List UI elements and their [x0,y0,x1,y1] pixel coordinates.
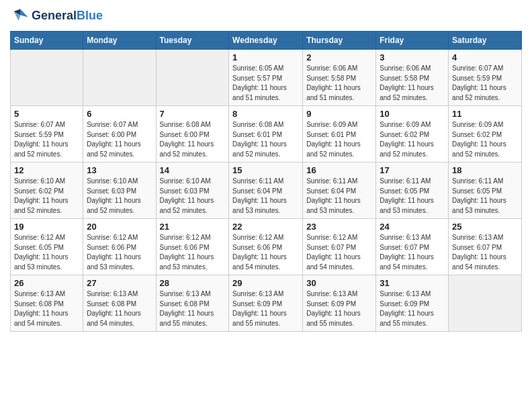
day-number: 21 [160,222,226,232]
calendar-cell [156,50,229,106]
header-friday: Friday [376,32,449,50]
day-info: Sunrise: 6:13 AMSunset: 6:07 PMDaylight:… [452,233,518,272]
logo: GeneralBlue [10,7,103,26]
calendar-header-row: SundayMondayTuesdayWednesdayThursdayFrid… [11,32,522,50]
svg-marker-0 [20,9,28,17]
day-number: 10 [380,109,445,119]
day-number: 27 [87,278,152,288]
calendar-week-5: 26Sunrise: 6:13 AMSunset: 6:08 PMDayligh… [11,275,522,332]
day-info: Sunrise: 6:11 AMSunset: 6:05 PMDaylight:… [380,177,445,216]
calendar-cell: 28Sunrise: 6:13 AMSunset: 6:08 PMDayligh… [156,275,229,332]
day-info: Sunrise: 6:11 AMSunset: 6:04 PMDaylight:… [232,177,299,216]
day-number: 2 [306,52,372,62]
calendar-week-2: 5Sunrise: 6:07 AMSunset: 5:59 PMDaylight… [11,106,522,163]
day-info: Sunrise: 6:07 AMSunset: 5:59 PMDaylight:… [452,64,518,103]
calendar-cell: 8Sunrise: 6:08 AMSunset: 6:01 PMDaylight… [229,106,303,163]
day-number: 23 [306,222,372,232]
day-info: Sunrise: 6:10 AMSunset: 6:02 PMDaylight:… [14,177,79,216]
day-info: Sunrise: 6:12 AMSunset: 6:06 PMDaylight:… [232,233,299,272]
calendar-cell [11,50,83,106]
calendar-cell: 25Sunrise: 6:13 AMSunset: 6:07 PMDayligh… [449,219,522,275]
calendar-week-4: 19Sunrise: 6:12 AMSunset: 6:05 PMDayligh… [11,219,522,275]
day-number: 26 [14,278,79,288]
logo-icon [10,7,29,26]
header-wednesday: Wednesday [229,32,303,50]
calendar-cell: 1Sunrise: 6:05 AMSunset: 5:57 PMDaylight… [229,50,303,106]
day-info: Sunrise: 6:11 AMSunset: 6:04 PMDaylight:… [306,177,372,216]
calendar-cell: 6Sunrise: 6:07 AMSunset: 6:00 PMDaylight… [83,106,156,163]
calendar-cell: 5Sunrise: 6:07 AMSunset: 5:59 PMDaylight… [11,106,83,163]
calendar-cell: 12Sunrise: 6:10 AMSunset: 6:02 PMDayligh… [11,163,83,219]
header-thursday: Thursday [303,32,376,50]
day-number: 1 [232,52,299,62]
calendar-cell: 27Sunrise: 6:13 AMSunset: 6:08 PMDayligh… [83,275,156,332]
calendar-cell: 23Sunrise: 6:12 AMSunset: 6:07 PMDayligh… [303,219,376,275]
day-info: Sunrise: 6:09 AMSunset: 6:02 PMDaylight:… [452,120,518,159]
day-info: Sunrise: 6:05 AMSunset: 5:57 PMDaylight:… [232,64,299,103]
calendar-cell: 15Sunrise: 6:11 AMSunset: 6:04 PMDayligh… [229,163,303,219]
day-info: Sunrise: 6:07 AMSunset: 6:00 PMDaylight:… [87,120,152,159]
day-number: 4 [452,52,518,62]
calendar-cell: 3Sunrise: 6:06 AMSunset: 5:58 PMDaylight… [376,50,449,106]
day-info: Sunrise: 6:11 AMSunset: 6:05 PMDaylight:… [452,177,518,216]
day-info: Sunrise: 6:13 AMSunset: 6:07 PMDaylight:… [380,233,445,272]
day-info: Sunrise: 6:08 AMSunset: 6:01 PMDaylight:… [232,120,299,159]
day-number: 8 [232,109,299,119]
day-info: Sunrise: 6:13 AMSunset: 6:09 PMDaylight:… [232,289,299,328]
calendar-cell: 31Sunrise: 6:13 AMSunset: 6:09 PMDayligh… [376,275,449,332]
header-tuesday: Tuesday [156,32,229,50]
day-number: 15 [232,165,299,175]
day-info: Sunrise: 6:10 AMSunset: 6:03 PMDaylight:… [87,177,152,216]
day-info: Sunrise: 6:12 AMSunset: 6:05 PMDaylight:… [14,233,79,272]
calendar-cell: 20Sunrise: 6:12 AMSunset: 6:06 PMDayligh… [83,219,156,275]
day-number: 12 [14,165,79,175]
calendar-cell [83,50,156,106]
day-number: 25 [452,222,518,232]
calendar-cell: 2Sunrise: 6:06 AMSunset: 5:58 PMDaylight… [303,50,376,106]
day-number: 18 [452,165,518,175]
day-number: 20 [87,222,152,232]
calendar-cell: 18Sunrise: 6:11 AMSunset: 6:05 PMDayligh… [449,163,522,219]
day-number: 24 [380,222,445,232]
day-number: 14 [160,165,226,175]
calendar-cell: 10Sunrise: 6:09 AMSunset: 6:02 PMDayligh… [376,106,449,163]
day-info: Sunrise: 6:06 AMSunset: 5:58 PMDaylight:… [306,64,372,103]
calendar-cell: 7Sunrise: 6:08 AMSunset: 6:00 PMDaylight… [156,106,229,163]
calendar-cell: 14Sunrise: 6:10 AMSunset: 6:03 PMDayligh… [156,163,229,219]
day-info: Sunrise: 6:13 AMSunset: 6:08 PMDaylight:… [87,289,152,328]
day-number: 28 [160,278,226,288]
day-number: 6 [87,109,152,119]
logo-text: GeneralBlue [32,9,103,23]
day-number: 7 [160,109,226,119]
calendar-cell: 17Sunrise: 6:11 AMSunset: 6:05 PMDayligh… [376,163,449,219]
day-info: Sunrise: 6:12 AMSunset: 6:07 PMDaylight:… [306,233,372,272]
calendar-table: SundayMondayTuesdayWednesdayThursdayFrid… [10,31,522,332]
calendar-cell: 26Sunrise: 6:13 AMSunset: 6:08 PMDayligh… [11,275,83,332]
day-number: 29 [232,278,299,288]
day-info: Sunrise: 6:07 AMSunset: 5:59 PMDaylight:… [14,120,79,159]
calendar-cell: 22Sunrise: 6:12 AMSunset: 6:06 PMDayligh… [229,219,303,275]
day-number: 22 [232,222,299,232]
header-saturday: Saturday [449,32,522,50]
day-number: 31 [380,278,445,288]
calendar-cell: 21Sunrise: 6:12 AMSunset: 6:06 PMDayligh… [156,219,229,275]
day-number: 17 [380,165,445,175]
day-number: 30 [306,278,372,288]
page-header: GeneralBlue [10,7,522,26]
day-info: Sunrise: 6:06 AMSunset: 5:58 PMDaylight:… [380,64,445,103]
calendar-week-1: 1Sunrise: 6:05 AMSunset: 5:57 PMDaylight… [11,50,522,106]
calendar-cell: 13Sunrise: 6:10 AMSunset: 6:03 PMDayligh… [83,163,156,219]
day-info: Sunrise: 6:12 AMSunset: 6:06 PMDaylight:… [160,233,226,272]
day-number: 11 [452,109,518,119]
calendar-cell: 19Sunrise: 6:12 AMSunset: 6:05 PMDayligh… [11,219,83,275]
day-number: 16 [306,165,372,175]
day-info: Sunrise: 6:09 AMSunset: 6:01 PMDaylight:… [306,120,372,159]
header-monday: Monday [83,32,156,50]
calendar-cell: 24Sunrise: 6:13 AMSunset: 6:07 PMDayligh… [376,219,449,275]
day-info: Sunrise: 6:09 AMSunset: 6:02 PMDaylight:… [380,120,445,159]
day-info: Sunrise: 6:13 AMSunset: 6:08 PMDaylight:… [14,289,79,328]
day-number: 13 [87,165,152,175]
day-info: Sunrise: 6:08 AMSunset: 6:00 PMDaylight:… [160,120,226,159]
calendar-cell: 30Sunrise: 6:13 AMSunset: 6:09 PMDayligh… [303,275,376,332]
calendar-cell: 16Sunrise: 6:11 AMSunset: 6:04 PMDayligh… [303,163,376,219]
